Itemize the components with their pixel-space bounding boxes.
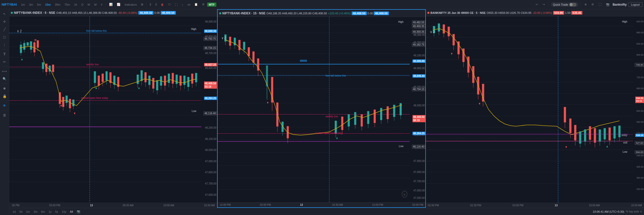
tf-D[interactable]: D — [80, 2, 85, 7]
svg-text:▼: ▼ — [478, 102, 481, 105]
action-5[interactable]: ⛶ — [173, 2, 179, 7]
action-3[interactable]: 🗑 — [159, 2, 165, 7]
tf-3m[interactable]: 3m — [27, 2, 34, 7]
chart-canvas-1[interactable]: ▲ ▼ ▼ ▼ ▲ ▲ ∨ 2 48,900.00 48,800.00 48,7… — [9, 16, 217, 203]
pb3-2: 634.9503:15 — [635, 97, 644, 103]
tf-5m[interactable]: 5m — [36, 2, 43, 7]
action-8[interactable]: 📋 — [193, 2, 199, 7]
sidebar-text[interactable]: T — [1, 50, 8, 58]
action-6[interactable]: ↕ — [180, 2, 185, 7]
time-label-1c: 13 — [90, 204, 93, 207]
zoom-icon[interactable]: ⊕ — [583, 2, 588, 7]
action-2[interactable]: ⟫ — [154, 2, 158, 7]
svg-rect-227 — [393, 105, 395, 117]
layout-btn[interactable]: ⊞ — [139, 2, 145, 7]
screenshot-icon[interactable]: 📷 — [604, 2, 611, 7]
ohlc-dot-3 — [427, 12, 429, 14]
tf-6m-bottom[interactable]: 6m — [40, 210, 46, 214]
ohlc-change-2: +220.40 (+0.46%) — [328, 12, 351, 15]
tf-15m[interactable]: 15m — [44, 2, 52, 7]
mtf-button[interactable]: MTF — [207, 3, 217, 7]
sidebar-magnet[interactable]: ✱ — [1, 85, 8, 92]
svg-text:▼: ▼ — [565, 145, 568, 149]
time-label-2a: 12:00 PM — [220, 203, 231, 206]
action-4[interactable]: 🛡 — [166, 2, 172, 7]
price-level-12: 47,800.00 — [205, 171, 217, 174]
sidebar-lock[interactable]: 🔒 — [1, 93, 8, 100]
logout-button[interactable]: Logout — [628, 2, 642, 7]
action-1[interactable]: ⟪ — [148, 2, 153, 7]
svg-rect-64 — [94, 71, 96, 83]
indicators-btn[interactable]: Indicators — [123, 2, 138, 7]
time-label-3d: 13 — [555, 204, 558, 207]
p2-15: 47,600.00 — [413, 189, 426, 192]
p3-1: 920.00 — [636, 20, 644, 23]
tf-10y-bottom[interactable]: 10y — [61, 210, 68, 214]
svg-rect-280 — [472, 66, 475, 83]
tf-W[interactable]: W — [86, 2, 92, 7]
chart-line-icon[interactable]: 📈 — [115, 2, 122, 7]
svg-text:▲: ▲ — [95, 86, 98, 90]
svg-rect-85 — [137, 75, 139, 84]
fullscreen-icon[interactable]: ⛶ — [597, 2, 603, 7]
tf-5d[interactable]: 5d — [18, 210, 24, 214]
ohlc-dot-2 — [219, 12, 221, 14]
tf-1h[interactable]: 1h — [73, 2, 79, 7]
tf-5y-bottom[interactable]: 5y — [54, 210, 60, 214]
sidebar-shapes[interactable]: ◻ — [1, 33, 8, 40]
pb3-3: 539.15 — [635, 134, 644, 137]
tf-1d[interactable]: 1d — [11, 210, 17, 214]
app-logo: NIFTYBAI — [2, 3, 17, 6]
tf-1m-bottom[interactable]: 1m — [25, 210, 31, 214]
svg-rect-94 — [148, 76, 150, 85]
low-label-3: Low — [623, 150, 627, 153]
sidebar-cursor[interactable]: ↖ — [1, 10, 8, 17]
tf-1y-bottom[interactable]: 1y — [47, 210, 53, 214]
chart-panel-2: NIFTYBANK-INDEX · 15 · NSE O48,188.35 H4… — [217, 9, 426, 208]
sidebar-brush[interactable]: ✏ — [1, 58, 8, 65]
settings-icon[interactable]: ⚙ — [590, 2, 595, 7]
sidebar-eye[interactable]: 👁 — [1, 102, 8, 109]
sidebar-crosshair[interactable]: ✛ — [1, 18, 8, 25]
action-7[interactable]: 🗃 — [186, 2, 192, 7]
tf-75m[interactable]: 75m — [63, 2, 71, 7]
quick-trade-toggle[interactable]: Quick Trade — [551, 2, 578, 7]
svg-text:▼: ▼ — [266, 101, 269, 104]
candle-svg-1: ▲ ▼ ▼ ▼ ▲ ▲ ∨ 2 — [9, 16, 217, 203]
tf-30m[interactable]: 30m — [53, 2, 62, 7]
annot-freefall-1: free fall below this — [86, 29, 107, 32]
price-level-8: 48,200.00 — [205, 126, 217, 129]
tf-M[interactable]: M — [93, 2, 98, 7]
price-tag-2a: 48,408.50 — [352, 12, 367, 15]
sidebar-trash[interactable]: 🗑 — [1, 111, 8, 119]
time-label-3a: 02:00 PM — [428, 204, 439, 207]
chart-canvas-3[interactable]: ▼ ▼ ▼ ▲ ∨ 2 920.00 880.00 840.00 800.00 … — [426, 16, 644, 203]
p3-14: 400.00 — [636, 166, 644, 168]
action-9[interactable]: ⚙ — [200, 2, 206, 7]
sidebar-measure[interactable]: ⟷ — [1, 68, 8, 75]
tf-all-bottom[interactable]: All — [69, 210, 74, 214]
p2-12: 47,900.00 — [413, 160, 426, 162]
bottom-bar: 1d 5d 1m 3m 6m 1y 5y 10y All 📷 10:06:41 … — [9, 208, 644, 215]
tf-3m-bottom[interactable]: 3m — [32, 210, 39, 214]
chart-header-3: BANKNIFTY 25 Jan 30 49000 CE · 5 · NSE O… — [426, 9, 644, 16]
undo-btn[interactable]: ↩ — [534, 2, 540, 7]
chart-title-2: NIFTYBANK-INDEX · 15 · NSE — [222, 12, 265, 15]
svg-rect-34 — [37, 40, 39, 48]
svg-rect-224 — [387, 106, 389, 119]
svg-rect-209 — [354, 112, 356, 125]
redo-btn[interactable]: ↪ — [541, 2, 546, 7]
tf-1m[interactable]: 1m — [20, 2, 26, 7]
svg-rect-188 — [271, 77, 273, 103]
sidebar-fib[interactable]: ⋮ — [1, 41, 8, 48]
tf-more[interactable]: ∨ — [99, 2, 104, 7]
svg-rect-319 — [613, 126, 616, 139]
sidebar-zoom[interactable]: 🔍 — [1, 75, 8, 83]
chart-canvas-2[interactable]: ∨ 2 ▼ ▲ ⊕ 49,482.55 49,459.35 49,359.35 … — [218, 17, 425, 202]
quick-trade-knob[interactable] — [569, 3, 576, 6]
svg-rect-307 — [594, 128, 596, 142]
screenshot-btn[interactable]: 📷 — [75, 209, 82, 214]
sidebar-trendline[interactable]: ╱ — [1, 26, 8, 33]
chart-bar-icon[interactable]: 📊 — [108, 2, 114, 7]
svg-rect-304 — [589, 126, 591, 140]
